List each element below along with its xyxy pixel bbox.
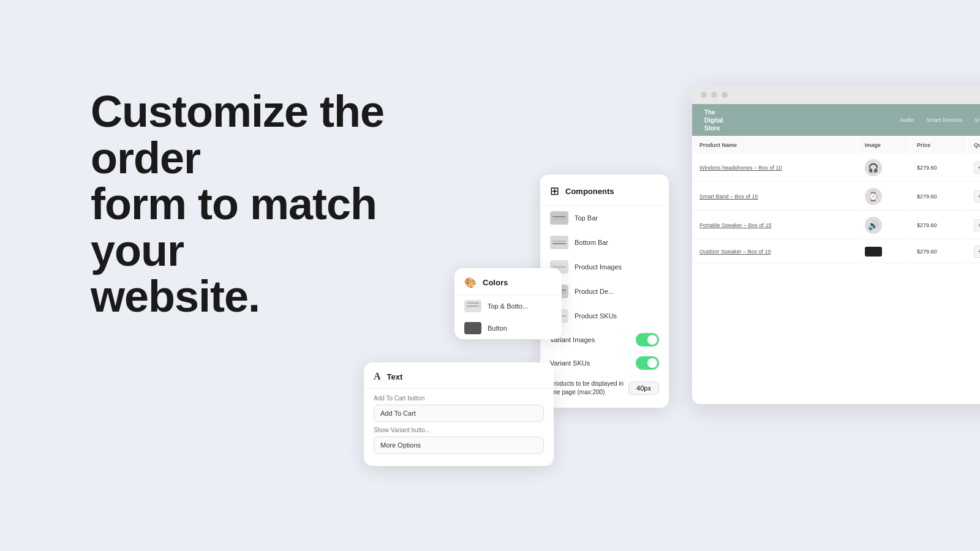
products-per-page-row: Products to be displayed in one page (ma…: [540, 375, 669, 402]
hero-section: Customize the order form to match your w…: [91, 89, 434, 320]
nav-audio: Audio: [900, 117, 914, 123]
colors-header: 🎨 Colors: [454, 268, 562, 295]
color-label-top-bottom: Top & Botto...: [488, 302, 528, 310]
component-item-bottom-bar[interactable]: Bottom Bar: [540, 230, 669, 255]
toggle-variant-skus-switch[interactable]: [636, 356, 659, 370]
col-qty: Qua...: [968, 137, 980, 153]
toggle-variant-skus[interactable]: Variant SKUs: [540, 351, 669, 375]
nav-smart-devices: Smart Devices: [926, 117, 962, 123]
colors-icon: 🎨: [464, 277, 477, 288]
color-item-button[interactable]: Button: [454, 317, 562, 339]
table-row: Outdoor Speaker – Box of 10 $279.60 +: [693, 241, 980, 263]
show-variant-input[interactable]: [374, 437, 544, 454]
table-row: Portable Speaker – Box of 15 🔊 $279.60 +: [693, 212, 980, 239]
component-thumb-top-bar: [550, 211, 568, 225]
component-label-product-desc: Product De...: [575, 288, 614, 295]
toggle-label-variant-skus: Variant SKUs: [550, 359, 590, 367]
text-panel-icon: A: [374, 371, 381, 382]
table-row: Wireless headphones – Box of 10 🎧 $279.6…: [693, 154, 980, 182]
col-price: Price: [911, 137, 967, 153]
product-img: 🔊: [865, 217, 882, 234]
table-row: Smart Band – Box of 15 ⌚ $279.60 +: [693, 183, 980, 211]
show-variant-label: Show Variant butto...: [374, 427, 544, 433]
product-img: ⌚: [865, 188, 882, 205]
color-thumb-button: [464, 322, 481, 334]
store-header: The Digital Store Audio Smart Devices Sm…: [692, 104, 980, 136]
browser-titlebar: [692, 86, 980, 104]
components-icon: ⊞: [550, 184, 559, 198]
add-to-cart-field: Add To Cart button: [364, 389, 554, 424]
components-title: Components: [565, 187, 614, 196]
product-swatch: [865, 247, 882, 257]
component-label-bottom-bar: Bottom Bar: [575, 239, 608, 246]
component-item-top-bar[interactable]: Top Bar: [540, 206, 669, 230]
colors-title: Colors: [483, 278, 508, 287]
color-item-top-bottom[interactable]: Top & Botto...: [454, 295, 562, 317]
color-thumb-top-bottom: [464, 300, 481, 312]
store-nav: Audio Smart Devices Smart Dev...: [900, 117, 980, 123]
products-per-page-input[interactable]: [628, 381, 659, 395]
components-header: ⊞ Components: [540, 174, 669, 206]
qty-button[interactable]: +: [974, 190, 980, 203]
color-label-button: Button: [488, 324, 507, 332]
nav-smart-dev2: Smart Dev...: [974, 117, 980, 123]
component-label-product-sku: Product SKUs: [575, 312, 617, 320]
qty-button[interactable]: +: [974, 162, 980, 174]
component-label-product-images: Product Images: [575, 263, 622, 271]
store-logo: The Digital Store: [704, 108, 723, 132]
browser-window: The Digital Store Audio Smart Devices Sm…: [692, 86, 980, 404]
text-panel: A Text Add To Cart button Show Variant b…: [364, 362, 554, 466]
browser-dot-yellow: [711, 92, 717, 98]
hero-title: Customize the order form to match your w…: [91, 89, 434, 320]
browser-dot-green: [722, 92, 728, 98]
product-table: Product Name Image Price Qua... Wireless…: [692, 136, 980, 264]
show-variant-field: Show Variant butto...: [364, 424, 554, 456]
add-to-cart-label: Add To Cart button: [374, 395, 544, 402]
component-thumb-bottom-bar: [550, 236, 568, 249]
colors-panel: 🎨 Colors Top & Botto... Button: [454, 268, 562, 339]
qty-button[interactable]: +: [974, 246, 980, 258]
text-panel-title: Text: [387, 372, 403, 381]
component-label-top-bar: Top Bar: [575, 214, 598, 222]
col-product-name: Product Name: [693, 137, 858, 153]
qty-button[interactable]: +: [974, 219, 980, 231]
products-per-page-label: Products to be displayed in one page (ma…: [550, 380, 628, 397]
text-panel-header: A Text: [364, 362, 554, 389]
col-image: Image: [859, 137, 910, 153]
browser-dot-red: [701, 92, 707, 98]
product-img: 🎧: [865, 159, 882, 176]
browser-content: The Digital Store Audio Smart Devices Sm…: [692, 104, 980, 404]
add-to-cart-input[interactable]: [374, 405, 544, 422]
toggle-variant-images-switch[interactable]: [636, 333, 659, 347]
